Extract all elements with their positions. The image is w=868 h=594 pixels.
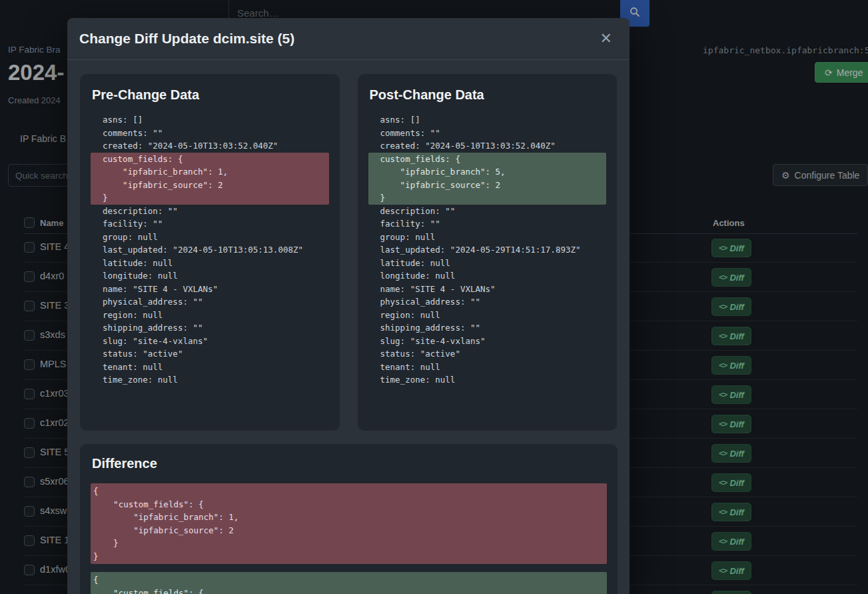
modal-title: Change Diff Update dcim.site (5) [79, 31, 294, 47]
difference-panel: Difference { "custom_fields": { "ipfabri… [80, 444, 618, 594]
change-diff-modal: Change Diff Update dcim.site (5) ✕ Pre-C… [67, 18, 630, 594]
pre-change-heading: Pre-Change Data [92, 87, 329, 103]
difference-added-block: { "custom_fields": { [91, 572, 607, 594]
post-change-added-highlight: custom_fields: { "ipfabric_branch": 5, "… [368, 153, 607, 205]
pre-change-panel: Pre-Change Data asns: [] comments: "" cr… [80, 74, 340, 431]
pre-change-removed-highlight: custom_fields: { "ipfabric_branch": 1, "… [91, 153, 329, 205]
post-change-code-bottom: description: "" facility: "" group: null… [368, 205, 607, 387]
pre-change-code-top: asns: [] comments: "" created: "2024-05-… [91, 113, 329, 153]
difference-heading: Difference [92, 456, 607, 471]
app-screen: IP Fabric Bra 2024- Created 2024 ipfabri… [0, 0, 868, 594]
post-change-code-top: asns: [] comments: "" created: "2024-05-… [368, 113, 607, 153]
close-icon[interactable]: ✕ [598, 29, 615, 49]
post-change-panel: Post-Change Data asns: [] comments: "" c… [358, 74, 618, 431]
pre-change-code-bottom: description: "" facility: "" group: null… [91, 205, 329, 387]
post-change-heading: Post-Change Data [370, 87, 607, 103]
difference-removed-block: { "custom_fields": { "ipfabric_branch": … [91, 483, 607, 564]
modal-body: Pre-Change Data asns: [] comments: "" cr… [67, 60, 630, 594]
modal-header: Change Diff Update dcim.site (5) ✕ [67, 18, 630, 60]
change-panels: Pre-Change Data asns: [] comments: "" cr… [80, 74, 617, 431]
